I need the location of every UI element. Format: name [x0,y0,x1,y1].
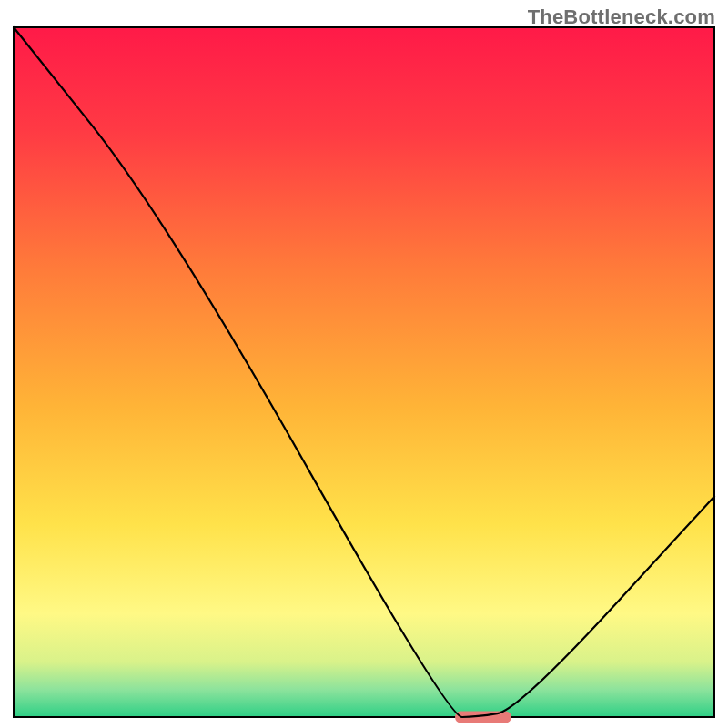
plot-background [14,27,714,717]
bottleneck-chart [0,0,728,728]
watermark-text: TheBottleneck.com [528,5,715,29]
chart-container: TheBottleneck.com [0,0,728,728]
